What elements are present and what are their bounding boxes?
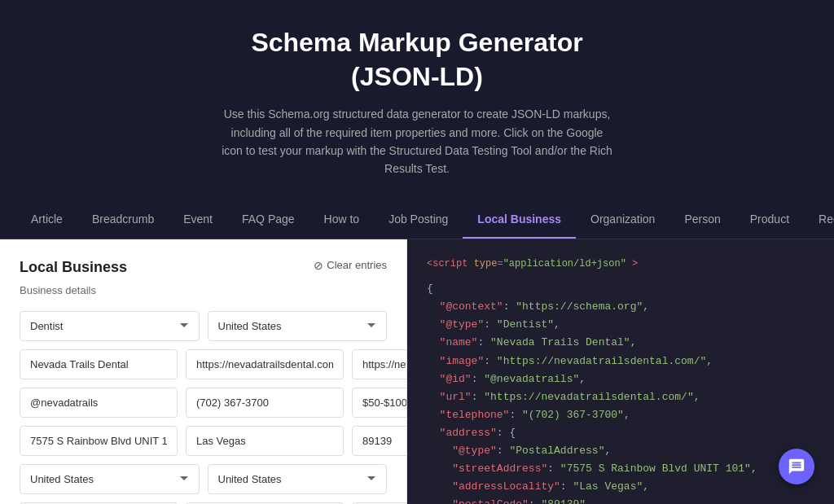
- tab-faqpage[interactable]: FAQ Page: [227, 201, 309, 239]
- row-countries: United States United States: [20, 464, 387, 494]
- social-id-input[interactable]: [20, 388, 178, 418]
- tab-howto[interactable]: How to: [309, 201, 375, 239]
- row-name-web-img: [20, 349, 387, 379]
- business-name-input[interactable]: [20, 349, 178, 379]
- business-details-label: Business details: [20, 284, 387, 296]
- script-open-tag: <script type="application/ld+json" >: [427, 256, 814, 272]
- country-select-1[interactable]: United States: [20, 464, 200, 494]
- page-title: Schema Markup Generator (JSON-LD): [16, 26, 818, 94]
- tab-product[interactable]: Product: [735, 201, 804, 239]
- tab-article[interactable]: Article: [16, 201, 77, 239]
- tab-event[interactable]: Event: [169, 201, 227, 239]
- tab-jobposting[interactable]: Job Posting: [374, 201, 463, 239]
- row-social-phone-price: [20, 388, 387, 418]
- tab-localbusiness[interactable]: Local Business: [463, 201, 576, 239]
- business-type-select[interactable]: Dentist: [20, 311, 200, 341]
- website-input[interactable]: [186, 349, 344, 379]
- city-input[interactable]: [186, 426, 344, 456]
- price-range-input[interactable]: [352, 388, 407, 418]
- image-input[interactable]: [352, 349, 407, 379]
- chat-button[interactable]: [779, 449, 814, 484]
- tab-organization[interactable]: Organization: [576, 201, 669, 239]
- country-select-main[interactable]: United States: [208, 311, 388, 341]
- json-code-block: { "@context": "https://schema.org", "@ty…: [427, 280, 814, 504]
- country-select-2[interactable]: United States: [208, 464, 388, 494]
- nav: Article Breadcrumb Event FAQ Page How to…: [0, 201, 834, 239]
- row-type-country: Dentist United States: [20, 311, 387, 341]
- row-street-city-zip: [20, 426, 387, 456]
- code-panel: <script type="application/ld+json" > { "…: [407, 239, 834, 504]
- clear-entries-button[interactable]: Clear entries: [314, 259, 387, 272]
- tab-recipe[interactable]: Recipe: [804, 201, 834, 239]
- left-panel: Local Business Clear entries Business de…: [0, 239, 407, 504]
- tab-breadcrumb[interactable]: Breadcrumb: [77, 201, 169, 239]
- main-content: Local Business Clear entries Business de…: [0, 239, 834, 504]
- zip-input[interactable]: [352, 426, 407, 456]
- phone-input[interactable]: [186, 388, 344, 418]
- header-description: Use this Schema.org structured data gene…: [222, 105, 612, 178]
- header: Schema Markup Generator (JSON-LD) Use th…: [0, 0, 834, 201]
- panel-title: Local Business: [20, 259, 127, 276]
- tab-person[interactable]: Person: [669, 201, 735, 239]
- street-input[interactable]: [20, 426, 178, 456]
